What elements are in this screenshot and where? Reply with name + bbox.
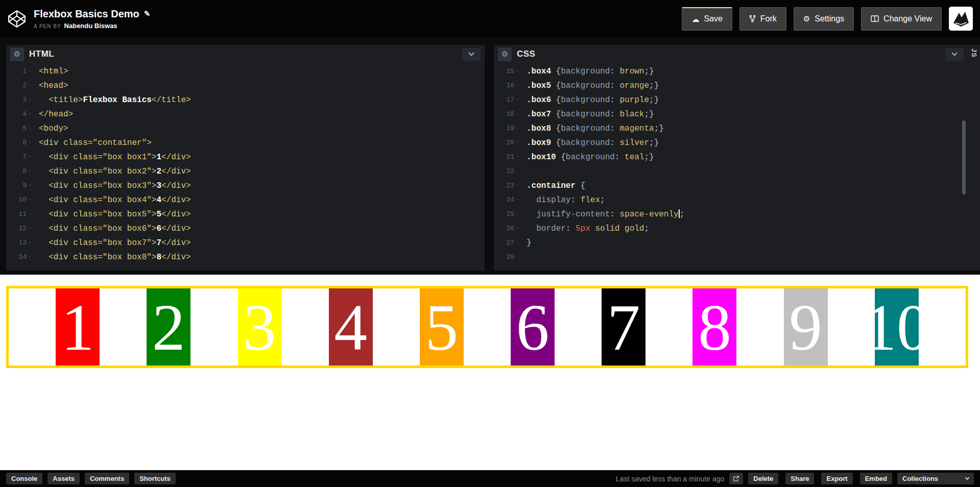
code-line[interactable]: 14· <div class="box box8">8</div> — [6, 250, 485, 264]
code-text: <div class="box box5">5</div> — [36, 207, 485, 222]
code-line[interactable]: 28 — [494, 250, 968, 264]
css-editor-scrollbar[interactable] — [962, 120, 966, 194]
fold-marker-icon[interactable]: · — [515, 193, 520, 207]
code-text: .box6 {background: purple;} — [523, 93, 968, 107]
fold-marker-icon[interactable]: · — [28, 121, 32, 136]
header-actions: ☁ Save Fork ⚙ Settings Change View — [682, 7, 973, 31]
fold-marker-icon[interactable]: · — [28, 222, 32, 236]
save-status-text: Last saved less than a minute ago — [616, 475, 724, 483]
fold-marker-icon[interactable]: · — [28, 79, 32, 93]
html-settings-gear-icon[interactable]: ⚙ — [10, 47, 24, 61]
comments-button[interactable]: Comments — [85, 473, 129, 484]
code-text: <html> — [36, 64, 485, 79]
profile-avatar[interactable] — [949, 7, 973, 31]
title-block: Flexbox Basics Demo ✎ A PEN BY Nabendu B… — [34, 8, 150, 30]
code-line[interactable]: 10· <div class="box box4">4</div> — [6, 193, 485, 207]
code-line[interactable]: 24· display: flex; — [494, 193, 968, 207]
code-line[interactable]: 22 — [494, 164, 968, 179]
code-line[interactable]: 16·.box5 {background: orange;} — [494, 79, 968, 93]
code-line[interactable]: 7· <div class="box box1">1</div> — [6, 150, 485, 164]
codepen-logo-icon[interactable] — [7, 9, 27, 29]
code-text: justify-content: space-evenly; — [523, 207, 968, 222]
fold-marker-icon[interactable]: · — [28, 179, 32, 193]
code-line[interactable]: 1·<html> — [6, 64, 485, 79]
code-line[interactable]: 4·</head> — [6, 107, 485, 121]
export-button[interactable]: Export — [821, 473, 852, 484]
code-line[interactable]: 12· <div class="box box6">6</div> — [6, 222, 485, 236]
code-line[interactable]: 20·.box9 {background: silver;} — [494, 136, 968, 150]
code-line[interactable]: 26· border: 5px solid gold; — [494, 222, 968, 236]
collections-dropdown[interactable]: Collections — [897, 473, 974, 484]
assets-button[interactable]: Assets — [47, 473, 80, 484]
code-text: <div class="container"> — [36, 136, 485, 150]
line-number: 23· — [494, 179, 523, 193]
fold-marker-icon[interactable]: · — [28, 164, 32, 179]
code-line[interactable]: 21·.box10 {background: teal;} — [494, 150, 968, 164]
line-number: 24· — [494, 193, 523, 207]
code-line[interactable]: 3· <title>Flexbox Basics</title> — [6, 93, 485, 107]
edit-title-icon[interactable]: ✎ — [144, 9, 151, 18]
code-line[interactable]: 25· justify-content: space-evenly; — [494, 207, 968, 222]
embed-button[interactable]: Embed — [860, 473, 892, 484]
fold-marker-icon[interactable]: · — [515, 222, 520, 236]
fold-marker-icon[interactable]: · — [515, 79, 520, 93]
fold-marker-icon[interactable]: · — [515, 121, 520, 136]
open-editor-button[interactable] — [729, 473, 743, 484]
fork-button[interactable]: Fork — [739, 7, 786, 31]
fork-icon — [749, 15, 756, 22]
js-panel-collapsed-tab[interactable]: JS — [968, 45, 980, 271]
code-line[interactable]: 2·<head> — [6, 79, 485, 93]
code-line[interactable]: 19·.box8 {background: magenta;} — [494, 121, 968, 136]
code-line[interactable]: 27·} — [494, 236, 968, 250]
code-line[interactable]: 18·.box7 {background: black;} — [494, 107, 968, 121]
fold-marker-icon[interactable]: · — [515, 236, 520, 250]
code-text: .box8 {background: magenta;} — [523, 121, 968, 136]
fold-marker-icon[interactable]: · — [515, 107, 520, 121]
html-panel-collapse-button[interactable] — [462, 48, 481, 61]
avatar-image — [951, 9, 971, 29]
code-line[interactable]: 23·.container { — [494, 179, 968, 193]
css-code-editor[interactable]: 15·.box4 {background: brown;}16·.box5 {b… — [494, 63, 968, 264]
console-button[interactable]: Console — [6, 473, 42, 484]
settings-button[interactable]: ⚙ Settings — [794, 7, 854, 31]
line-number: 17· — [494, 93, 523, 107]
code-text: <head> — [36, 79, 485, 93]
code-line[interactable]: 17·.box6 {background: purple;} — [494, 93, 968, 107]
code-line[interactable]: 11· <div class="box box5">5</div> — [6, 207, 485, 222]
code-line[interactable]: 6·<div class="container"> — [6, 136, 485, 150]
css-panel-collapse-button[interactable] — [945, 48, 964, 61]
code-line[interactable]: 9· <div class="box box3">3</div> — [6, 179, 485, 193]
fold-marker-icon[interactable]: · — [28, 207, 32, 222]
html-code-editor[interactable]: 1·<html>2·<head>3· <title>Flexbox Basics… — [6, 63, 485, 264]
fold-marker-icon[interactable]: · — [28, 107, 32, 121]
share-button[interactable]: Share — [785, 473, 814, 484]
html-panel: ⚙ HTML 1·<html>2·<head>3· <title>Flexbox… — [6, 45, 485, 271]
preview-box-5: 5 — [420, 288, 464, 366]
html-panel-title: HTML — [29, 49, 54, 59]
code-line[interactable]: 5·<body> — [6, 121, 485, 136]
fold-marker-icon[interactable]: · — [28, 136, 32, 150]
fold-marker-icon[interactable]: · — [515, 93, 520, 107]
code-line[interactable]: 15·.box4 {background: brown;} — [494, 64, 968, 79]
fold-marker-icon[interactable]: · — [28, 150, 32, 164]
author-name[interactable]: Nabendu Biswas — [64, 22, 117, 30]
fold-marker-icon[interactable]: · — [28, 250, 32, 264]
line-number: 9· — [6, 179, 36, 193]
fold-marker-icon[interactable]: · — [515, 136, 520, 150]
fold-marker-icon[interactable]: · — [515, 64, 520, 79]
change-view-button[interactable]: Change View — [861, 7, 942, 31]
shortcuts-button[interactable]: Shortcuts — [134, 473, 176, 484]
code-line[interactable]: 13· <div class="box box7">7</div> — [6, 236, 485, 250]
line-number: 21· — [494, 150, 523, 164]
css-settings-gear-icon[interactable]: ⚙ — [498, 47, 512, 61]
fold-marker-icon[interactable]: · — [515, 150, 520, 164]
fold-marker-icon[interactable]: · — [515, 179, 520, 193]
fold-marker-icon[interactable]: · — [28, 93, 32, 107]
fold-marker-icon[interactable]: · — [28, 236, 32, 250]
fold-marker-icon[interactable]: · — [515, 207, 520, 222]
code-line[interactable]: 8· <div class="box box2">2</div> — [6, 164, 485, 179]
save-button[interactable]: ☁ Save — [682, 7, 732, 31]
delete-button[interactable]: Delete — [748, 473, 778, 484]
fold-marker-icon[interactable]: · — [28, 64, 32, 79]
fold-marker-icon[interactable]: · — [28, 193, 32, 207]
